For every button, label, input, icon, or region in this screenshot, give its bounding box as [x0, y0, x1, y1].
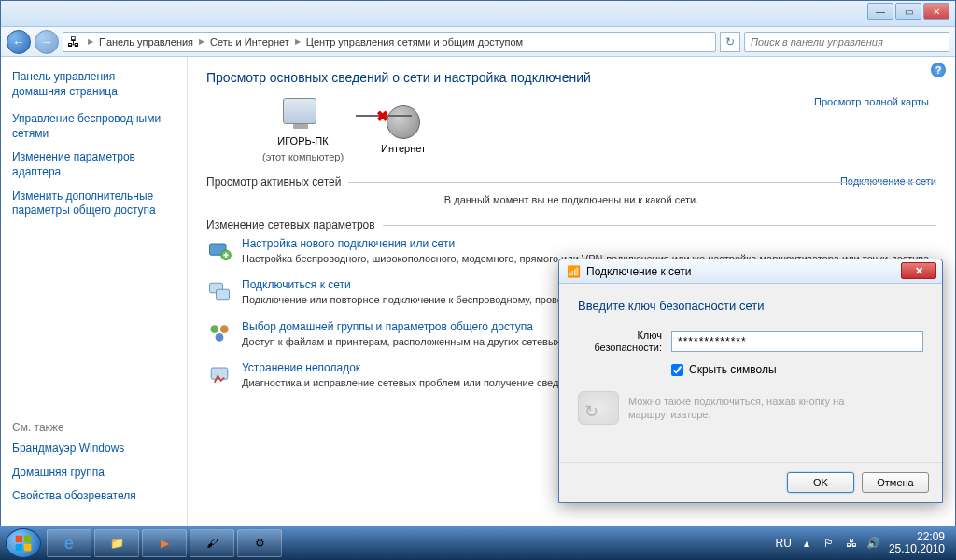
crumb-network[interactable]: Сеть и Интернет [206, 36, 293, 48]
seealso-internet-options[interactable]: Свойства обозревателя [12, 489, 176, 504]
dialog-titlebar[interactable]: 📶 Подключение к сети ✕ [559, 259, 942, 284]
action-center-icon[interactable]: 🏳 [822, 536, 836, 551]
taskbar-media-player[interactable]: ▶ [142, 529, 187, 557]
refresh-button[interactable]: ↻ [720, 32, 740, 52]
sidebar-home-link[interactable]: Панель управления - домашняя страница [12, 70, 176, 99]
taskbar: e 📁 ▶ 🖌 ⚙ RU ▴ 🏳 🖧 🔊 22:09 25.10.2010 [0, 526, 956, 560]
maximize-button[interactable]: ▭ [895, 3, 921, 20]
start-button[interactable] [6, 528, 41, 558]
sidebar: Панель управления - домашняя страница Уп… [1, 57, 188, 526]
volume-icon[interactable]: 🔊 [866, 536, 881, 551]
hide-chars-label[interactable]: Скрыть символы [689, 363, 777, 376]
search-input[interactable] [744, 32, 949, 52]
svg-point-5 [220, 325, 229, 333]
connect-network-dialog: 📶 Подключение к сети ✕ Введите ключ безо… [558, 259, 943, 503]
taskbar-explorer[interactable]: 📁 [94, 529, 139, 557]
taskbar-app2[interactable]: ⚙ [237, 529, 282, 557]
svg-rect-8 [16, 536, 23, 543]
taskbar-ie[interactable]: e [47, 529, 91, 557]
globe-icon [387, 105, 420, 139]
connect-network-icon [206, 278, 232, 304]
taskbar-app1[interactable]: 🖌 [190, 529, 234, 557]
security-key-label: Ключ безопасности: [578, 329, 662, 354]
minimize-button[interactable]: — [867, 3, 893, 20]
change-settings-heading: Изменение сетевых параметров [206, 218, 936, 231]
hide-chars-checkbox[interactable] [671, 364, 683, 376]
svg-rect-10 [16, 544, 23, 552]
back-button[interactable]: ← [7, 30, 31, 54]
app-icon: ⚙ [255, 537, 265, 550]
node-pc-sub: (этот компьютер) [262, 151, 344, 162]
computer-icon [283, 98, 316, 124]
page-title: Просмотр основных сведений о сети и наст… [206, 70, 936, 85]
forward-button[interactable]: → [35, 30, 59, 54]
chevron-right-icon: ▶ [199, 37, 204, 46]
dialog-title: Подключение к сети [586, 265, 691, 278]
date: 25.10.2010 [889, 543, 945, 555]
titlebar[interactable]: — ▭ ✕ [1, 1, 955, 27]
play-icon: ▶ [161, 537, 169, 550]
svg-rect-9 [24, 536, 32, 543]
sidebar-link-advanced-sharing[interactable]: Изменить дополнительные параметры общего… [12, 189, 176, 218]
crumb-sharing-center[interactable]: Центр управления сетями и общим доступом [302, 36, 527, 48]
dialog-close-button[interactable]: ✕ [901, 262, 936, 279]
network-icon[interactable]: 🖧 [844, 536, 859, 551]
homegroup-icon [206, 320, 232, 346]
network-map: ИГОРЬ-ПК (этот компьютер) ✖ Интернет [262, 98, 936, 162]
svg-rect-11 [24, 544, 32, 552]
seealso-firewall[interactable]: Брандмауэр Windows [12, 441, 176, 456]
language-indicator[interactable]: RU [776, 537, 792, 550]
task-title[interactable]: Настройка нового подключения или сети [242, 237, 932, 250]
chevron-right-icon: ▶ [88, 37, 93, 46]
cancel-button[interactable]: Отмена [862, 472, 929, 493]
sidebar-link-adapter[interactable]: Изменение параметров адаптера [12, 150, 176, 179]
chevron-right-icon: ▶ [295, 37, 301, 46]
sidebar-link-wireless[interactable]: Управление беспроводными сетями [12, 112, 176, 141]
no-network-message: В данный момент вы не подключены ни к ка… [206, 194, 936, 205]
breadcrumb[interactable]: 🖧 ▶ Панель управления ▶ Сеть и Интернет … [63, 32, 716, 52]
security-key-input[interactable] [671, 331, 923, 352]
node-internet-label: Интернет [381, 143, 426, 155]
ok-button[interactable]: OK [787, 472, 854, 493]
crumb-control-panel[interactable]: Панель управления [95, 36, 197, 48]
app-icon: 🖌 [206, 537, 218, 550]
node-pc-label: ИГОРЬ-ПК [277, 135, 328, 147]
connection-line: ✖ [356, 115, 412, 117]
system-tray: RU ▴ 🏳 🖧 🔊 22:09 25.10.2010 [776, 531, 950, 555]
hint-text: Можно также подключиться, нажав кнопку н… [628, 395, 923, 422]
dialog-heading: Введите ключ безопасности сети [578, 299, 923, 313]
close-button[interactable]: ✕ [923, 3, 949, 20]
seealso-heading: См. также [12, 421, 176, 434]
svg-point-4 [210, 325, 218, 333]
svg-rect-3 [217, 290, 230, 301]
router-hint: Можно также подключиться, нажав кнопку н… [578, 391, 923, 425]
svg-point-6 [216, 333, 224, 342]
active-networks-heading: Просмотр активных сетей [206, 175, 936, 189]
seealso-homegroup[interactable]: Домашняя группа [12, 466, 176, 481]
address-bar: ← → 🖧 ▶ Панель управления ▶ Сеть и Интер… [1, 27, 955, 57]
disconnected-icon: ✖ [376, 107, 388, 125]
clock[interactable]: 22:09 25.10.2010 [889, 531, 945, 555]
node-this-pc: ИГОРЬ-ПК (этот компьютер) [262, 98, 344, 162]
new-connection-icon [206, 237, 232, 263]
folder-icon: 🖧 [67, 35, 80, 49]
show-hidden-icon[interactable]: ▴ [799, 536, 814, 551]
ie-icon: e [64, 534, 74, 553]
troubleshoot-icon [206, 361, 232, 387]
wifi-icon: 📶 [567, 265, 581, 278]
folder-icon: 📁 [110, 537, 124, 550]
help-icon[interactable]: ? [931, 63, 946, 77]
router-icon [578, 391, 619, 425]
